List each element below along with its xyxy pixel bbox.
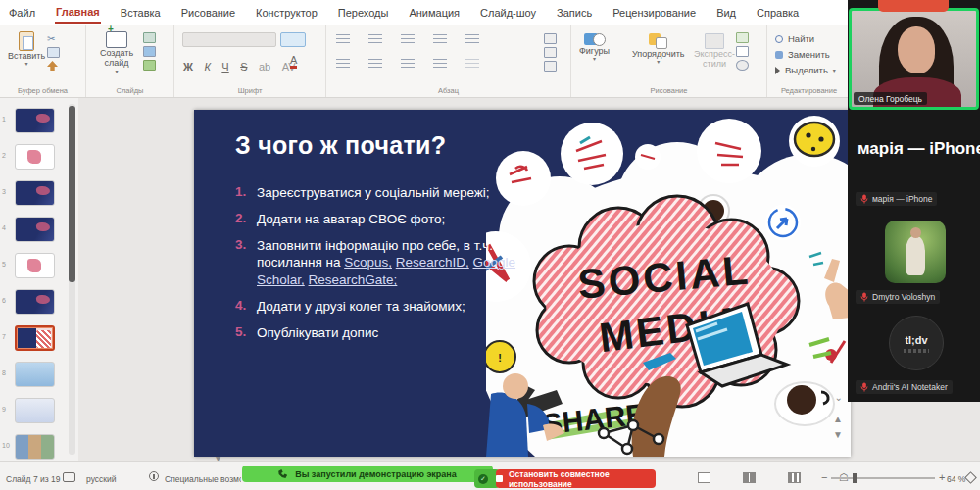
- list-text: Заповнити інформацію про себе, в т.ч. по…: [257, 237, 529, 289]
- tab-file[interactable]: Файл: [8, 3, 36, 23]
- shapes-button[interactable]: Фигуры ▾: [579, 33, 610, 63]
- copy-icon[interactable]: [47, 47, 60, 58]
- align-right-button[interactable]: [401, 59, 415, 69]
- tab-record[interactable]: Запись: [556, 3, 593, 23]
- strikethrough-button[interactable]: S: [240, 61, 247, 73]
- list-text: Додати на аватар СВОЄ фото;: [257, 211, 445, 228]
- tab-insert[interactable]: Вставка: [120, 3, 162, 23]
- group-font: Ж К Ч S ab AV A Шрифт: [174, 25, 326, 97]
- group-label-drawing: Рисование: [571, 86, 766, 95]
- line-spacing-button[interactable]: [466, 34, 479, 44]
- thumbnail-scrollbar[interactable]: [69, 104, 75, 455]
- bold-button[interactable]: Ж: [183, 61, 193, 73]
- slide-thumbnail-3[interactable]: [15, 180, 55, 206]
- font-color-button[interactable]: A: [290, 55, 297, 69]
- align-left-button[interactable]: [336, 59, 350, 69]
- format-painter-icon[interactable]: [47, 61, 58, 71]
- reading-view-icon[interactable]: [788, 472, 801, 483]
- slide-thumbnail-5[interactable]: [15, 253, 55, 278]
- language-status[interactable]: русский: [86, 474, 117, 484]
- share-banner-text: Вы запустили демонстрацию экрана: [295, 469, 457, 479]
- group-label-editing: Редактирование: [767, 86, 851, 95]
- font-size-box[interactable]: [280, 32, 306, 47]
- tab-slideshow[interactable]: Слайд-шоу: [479, 3, 537, 23]
- accessibility-status[interactable]: Специальные возможности: [165, 474, 241, 484]
- tab-review[interactable]: Рецензирование: [612, 3, 697, 23]
- slide-thumbnail-1[interactable]: [15, 108, 55, 133]
- link-scopus[interactable]: Scopus,: [344, 255, 392, 270]
- participant-avatar-photo[interactable]: [885, 220, 946, 283]
- text-shadow-button[interactable]: ab: [259, 61, 270, 73]
- zoom-slider[interactable]: [831, 477, 935, 479]
- tab-home[interactable]: Главная: [55, 2, 101, 24]
- notes-icon[interactable]: [63, 472, 75, 482]
- tab-view[interactable]: Вид: [715, 3, 737, 23]
- thumbnail-scrollbar-thumb[interactable]: [69, 106, 75, 282]
- arrange-button[interactable]: Упорядочить ▾: [632, 33, 685, 66]
- select-button[interactable]: Выделить▾: [775, 65, 836, 75]
- tldv-bot-avatar[interactable]: tl;dv: [889, 316, 944, 370]
- slide-thumbnail-7-current[interactable]: [15, 325, 55, 351]
- cut-icon[interactable]: ✂: [47, 33, 60, 44]
- slide-sorter-icon[interactable]: [743, 472, 756, 483]
- active-speaker-video[interactable]: Олена Горобець: [849, 8, 979, 110]
- spotlight-participant-name: марія — iPhone: [858, 139, 980, 159]
- shapes-label: Фигуры: [579, 46, 610, 56]
- smartart-convert-button[interactable]: [544, 61, 557, 72]
- find-button[interactable]: Найти: [775, 33, 836, 44]
- slide-thumbnail-9[interactable]: [15, 398, 55, 423]
- bullets-button[interactable]: [336, 34, 350, 44]
- new-slide-label: Создать слайд: [94, 48, 139, 69]
- underline-button[interactable]: Ч: [221, 61, 228, 73]
- paste-button[interactable]: Вставить ▾: [8, 31, 45, 68]
- quick-styles-button[interactable]: Экспресс-стили: [689, 33, 740, 70]
- current-slide[interactable]: SOCIAL MEDIA SHARE: [194, 110, 851, 457]
- reset-icon[interactable]: [143, 46, 156, 57]
- columns-button[interactable]: [466, 59, 479, 69]
- justify-button[interactable]: [433, 59, 447, 69]
- shape-outline-button[interactable]: [736, 46, 749, 57]
- tab-transitions[interactable]: Переходы: [337, 3, 390, 23]
- slide-thumbnail-2[interactable]: [15, 144, 55, 170]
- decrease-indent-button[interactable]: [401, 34, 415, 44]
- previous-slide-button[interactable]: ▲: [833, 414, 843, 424]
- accessibility-icon[interactable]: [149, 471, 159, 481]
- text-direction-button[interactable]: [544, 33, 557, 44]
- stop-share-button[interactable]: Остановить совместное использование: [496, 469, 656, 488]
- slide-thumbnail-4[interactable]: [15, 217, 55, 242]
- numbering-button[interactable]: [368, 34, 382, 44]
- chevron-down-icon[interactable]: ⌄: [835, 392, 843, 403]
- next-slide-button[interactable]: ▼: [833, 429, 843, 440]
- align-center-button[interactable]: [368, 59, 382, 69]
- slide-thumbnail-8[interactable]: [15, 362, 55, 387]
- tab-animations[interactable]: Анимация: [408, 3, 461, 23]
- participant-row-dmytro[interactable]: Dmytro Voloshyn: [856, 290, 940, 304]
- fit-slide-icon[interactable]: [964, 471, 977, 484]
- tab-design[interactable]: Конструктор: [255, 3, 318, 23]
- list-item: 5. Опублікувати допис: [235, 324, 529, 342]
- layout-icon[interactable]: [143, 32, 156, 43]
- zoom-slider-thumb[interactable]: [853, 473, 857, 483]
- slide-thumbnail-10[interactable]: [15, 434, 55, 460]
- link-researchgate[interactable]: ResearchGate;: [309, 272, 398, 287]
- increase-indent-button[interactable]: [433, 34, 447, 44]
- zoom-out-button[interactable]: −: [821, 471, 827, 483]
- shape-fill-button[interactable]: [736, 32, 749, 43]
- new-slide-button[interactable]: Создать слайд ▾: [94, 31, 139, 75]
- italic-button[interactable]: К: [204, 61, 210, 73]
- participant-row-notetaker[interactable]: Andrii's AI Notetaker: [856, 380, 953, 394]
- zoom-toolbar-red-button[interactable]: [878, 0, 949, 12]
- section-icon[interactable]: [143, 60, 156, 71]
- participant-row-maria[interactable]: марія — iPhone: [856, 192, 937, 206]
- tab-help[interactable]: Справка: [756, 3, 800, 23]
- align-text-button[interactable]: [544, 47, 557, 58]
- zoom-in-button[interactable]: +: [939, 471, 945, 483]
- replace-button[interactable]: Заменить: [775, 49, 836, 60]
- thumb-number: 9: [2, 406, 6, 413]
- shape-effects-button[interactable]: [736, 60, 749, 71]
- normal-view-icon[interactable]: [698, 472, 710, 483]
- link-researchid[interactable]: ResearchID,: [396, 255, 469, 270]
- font-name-box[interactable]: [182, 32, 276, 47]
- slide-thumbnail-6[interactable]: [15, 289, 55, 315]
- tab-draw[interactable]: Рисование: [180, 3, 236, 23]
